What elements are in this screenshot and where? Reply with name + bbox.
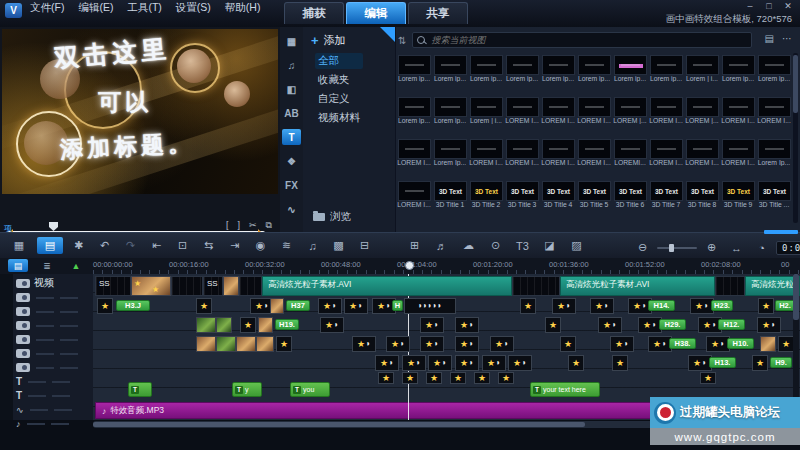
timeline-clip-starc[interactable]: ★◗: [428, 355, 452, 371]
track-header-row[interactable]: [16, 361, 78, 374]
timeline-clip-star[interactable]: ★: [568, 355, 584, 371]
redo-button[interactable]: ↷: [120, 237, 141, 254]
track-header-row[interactable]: T: [16, 389, 70, 402]
title-clip[interactable]: Tyou: [290, 382, 330, 397]
split-clip-button[interactable]: ⇆: [198, 237, 219, 254]
timeline-clip-starc[interactable]: ★◗: [598, 317, 622, 333]
gallery-view-icon[interactable]: ▤: [765, 33, 774, 44]
timeline-clip-star[interactable]: ★: [240, 317, 256, 333]
library-item[interactable]: 3D Text3D Title 2: [468, 179, 504, 221]
timeline-clip-star[interactable]: ★: [545, 317, 561, 333]
timeline-clip-chip[interactable]: H: [392, 300, 403, 311]
timeline-clip-dark[interactable]: [171, 276, 203, 296]
mix-tools-button[interactable]: ✱: [68, 237, 89, 254]
library-item[interactable]: 3D Text3D Title 7: [648, 179, 684, 221]
timeline-clip-star[interactable]: ★: [758, 298, 774, 314]
timeline-clip-chip[interactable]: H3.J: [116, 300, 150, 311]
track-header-row[interactable]: [16, 319, 78, 332]
timeline-clip-photo[interactable]: [258, 317, 273, 333]
library-folder-item[interactable]: 自定义: [315, 91, 363, 107]
timeline-clip-star[interactable]: ★: [474, 372, 490, 384]
timeline-clip-chip[interactable]: H37: [286, 300, 310, 311]
timeline-clip-chip[interactable]: H23.: [711, 300, 733, 311]
extend-clip-button[interactable]: ⇥: [224, 237, 245, 254]
timeline-clip-starc[interactable]: ★◗: [590, 298, 614, 314]
library-tab-media[interactable]: ▦: [282, 33, 301, 49]
library-tab-graphics[interactable]: ❖: [282, 153, 301, 169]
timeline-clip-dark[interactable]: SS: [203, 276, 223, 296]
library-tab-motion-paths[interactable]: ∿: [282, 201, 301, 217]
timeline-clip-starc[interactable]: ★◗: [352, 336, 376, 352]
project-duration-icon[interactable]: ◔: [751, 239, 772, 256]
timeline-clip-chip[interactable]: H9.: [770, 357, 792, 368]
window-close-button[interactable]: ✕: [782, 1, 794, 11]
timeline-clip-starc[interactable]: ★◗: [375, 355, 399, 371]
library-item[interactable]: LOREM I...: [648, 137, 684, 179]
library-item[interactable]: LOREM I...: [576, 95, 612, 137]
track-header-row[interactable]: [16, 333, 78, 346]
timeline-clip-starc[interactable]: ★◗: [344, 298, 368, 314]
timeline-ruler[interactable]: 00:00:00:0000:00:16:0000:00:32:0000:00:4…: [0, 258, 800, 275]
track-header-row[interactable]: [16, 277, 30, 290]
storyboard-view-button[interactable]: ▦: [6, 237, 32, 254]
menu-item[interactable]: 文件(F): [30, 1, 64, 15]
library-item[interactable]: 3D Text3D Title 6: [612, 179, 648, 221]
library-item[interactable]: Lorem Ip...: [756, 137, 792, 179]
record-capture-button[interactable]: ◉: [250, 237, 271, 254]
library-item[interactable]: LOREM I...: [720, 95, 756, 137]
zoom-in-button[interactable]: ⊕: [701, 239, 722, 256]
library-item[interactable]: Lorem ip...: [540, 53, 576, 95]
library-scrollbar[interactable]: [793, 53, 798, 223]
library-item[interactable]: 3D Text3D Title 4: [540, 179, 576, 221]
title-clip[interactable]: T: [128, 382, 152, 397]
zoom-out-button[interactable]: ⊖: [632, 239, 653, 256]
library-item[interactable]: LOREM I...: [576, 137, 612, 179]
timeline-clip-starc[interactable]: ★◗: [482, 355, 506, 371]
timeline-clip-photo-green[interactable]: [216, 317, 232, 333]
timeline-clip-chip[interactable]: H13.: [709, 357, 736, 368]
library-item[interactable]: LOREM I...: [396, 137, 432, 179]
library-item[interactable]: Lorem | i...: [684, 53, 720, 95]
library-item[interactable]: LOREM I...: [504, 137, 540, 179]
library-item[interactable]: LOREM I...: [468, 137, 504, 179]
timeline-clip-star[interactable]: ★: [752, 355, 768, 371]
timeline-clip-crescents[interactable]: ◗◗◗◗◗: [404, 298, 456, 314]
library-item[interactable]: 3D Text3D Title 1: [432, 179, 468, 221]
timeline-clip-photo[interactable]: [256, 336, 274, 352]
fit-timeline-button[interactable]: ↔: [726, 239, 747, 256]
library-tab-transition-ab[interactable]: AB: [282, 105, 301, 121]
timeline-clip-dark[interactable]: [512, 276, 560, 296]
library-item[interactable]: Lorem ip...: [720, 53, 756, 95]
mode-tab[interactable]: 捕获: [284, 2, 344, 24]
title-clip[interactable]: Ty: [232, 382, 262, 397]
library-item[interactable]: Lorem ip...: [756, 53, 792, 95]
track-header-row[interactable]: [16, 347, 78, 360]
timeline-clip-star[interactable]: ★: [276, 336, 292, 352]
hscrollbar-thumb[interactable]: [93, 422, 585, 427]
timeline-clip-photo-green[interactable]: [196, 317, 216, 333]
timeline-clip-photo[interactable]: [270, 298, 284, 314]
timeline-clip-starc[interactable]: ★◗: [757, 317, 781, 333]
timeline-clip-star[interactable]: ★: [196, 298, 212, 314]
library-item[interactable]: LOREM |...: [684, 95, 720, 137]
timeline-clip-chip[interactable]: H10.: [727, 338, 754, 349]
timeline-clip-photo[interactable]: [223, 276, 239, 296]
zoom-slider-knob[interactable]: [669, 244, 674, 252]
preview-video[interactable]: 双击这里可以添加标题。: [2, 29, 278, 194]
cloud-service-button[interactable]: ☁: [458, 237, 479, 254]
timeline-clip-starc[interactable]: ★◗: [508, 355, 532, 371]
library-item[interactable]: LOREM I...: [756, 95, 792, 137]
library-item[interactable]: LOREM I...: [396, 179, 432, 221]
timeline-clip-starc[interactable]: ★◗: [402, 355, 426, 371]
vscrollbar-thumb[interactable]: [793, 274, 799, 320]
library-item[interactable]: LOREM I...: [720, 137, 756, 179]
timeline-clip-starc[interactable]: ★◗: [420, 336, 444, 352]
zoom-slider[interactable]: [657, 247, 697, 249]
library-item[interactable]: Lorem ip...: [504, 53, 540, 95]
timeline-clip-starc[interactable]: ★◗: [455, 355, 479, 371]
voice-over-button[interactable]: ♬: [431, 237, 452, 254]
timeline-clip-starc[interactable]: ★◗: [318, 298, 342, 314]
library-options-icon[interactable]: ⋯: [782, 33, 792, 44]
title-clip[interactable]: Tyour text here: [530, 382, 600, 397]
timeline-clip-star[interactable]: ★: [560, 336, 576, 352]
